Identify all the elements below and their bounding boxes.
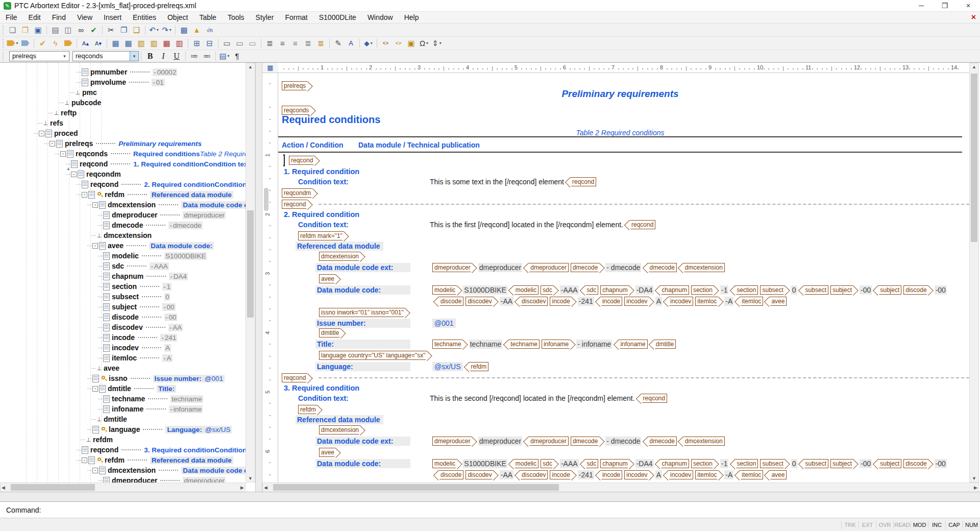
show-xml-source-button[interactable]: <> [380, 38, 391, 49]
minimize-button[interactable]: ─ [910, 0, 933, 11]
command-input[interactable] [41, 502, 980, 518]
start-tag-avee[interactable]: avee [319, 448, 336, 457]
bullet-list-button[interactable]: ≕ [201, 51, 213, 62]
start-tag-itemloc[interactable]: itemloc [695, 470, 718, 479]
start-tag-reqcond[interactable]: reqcond [282, 200, 307, 209]
tree-item-pmc[interactable]: ⊥pmc [0, 87, 246, 98]
start-tag-discode[interactable]: discode [903, 285, 928, 295]
doc-vertical-scrollbar[interactable]: ▲ ▼ [969, 63, 979, 482]
tree-item-dmcextension[interactable]: ⊥dmcextension [0, 230, 246, 240]
tree-item-refdm[interactable]: -refdmReferenced data module [0, 455, 246, 465]
end-tag-itemloc[interactable]: itemloc [740, 297, 763, 306]
tree-hscroll-thumb[interactable] [11, 484, 95, 491]
tree-item-reqcond[interactable]: reqcond1. Required conditionCondition te… [0, 159, 246, 169]
line-spacing-button[interactable]: ⇕▾ [431, 38, 443, 49]
menu-table[interactable]: Table [193, 13, 222, 21]
end-tag-dmecode[interactable]: dmecode [647, 437, 676, 446]
collapse-icon[interactable]: - [82, 457, 87, 463]
chevron-down-icon[interactable]: ▾ [16, 41, 18, 45]
tree-item-proced[interactable]: -proced [0, 128, 246, 138]
save-button[interactable]: ▣ [32, 25, 44, 36]
end-tag-discode[interactable]: discode [438, 297, 463, 306]
doc-horizontal-scrollbar[interactable]: ◀ ▶ [262, 482, 979, 492]
start-tag-techname[interactable]: techname [432, 340, 463, 349]
end-tag-techname[interactable]: techname [508, 340, 540, 349]
tree-item-dmecode[interactable]: dmecode- dmecode [0, 220, 246, 230]
start-tag-section[interactable]: section [691, 285, 714, 295]
italic-button[interactable]: I [157, 51, 169, 62]
end-tag-subject[interactable]: subject [878, 459, 901, 468]
scroll-up-arrow[interactable]: ▲ [970, 64, 978, 69]
close-button[interactable]: × [957, 0, 980, 11]
start-tag-section[interactable]: section [691, 459, 714, 468]
menu-object[interactable]: Object [162, 13, 193, 21]
chevron-down-icon[interactable]: ▾ [169, 28, 172, 32]
end-tag-infoname[interactable]: infoname [618, 340, 647, 349]
undo-button[interactable]: ↶▾ [148, 25, 160, 36]
collapse-icon[interactable]: - [92, 386, 98, 392]
document-map-tree[interactable]: pmnumber-00002pmvolume-01⊥pmc⊥pubcode⊥re… [0, 63, 246, 482]
end-tag-incodev[interactable]: incodev [668, 297, 693, 306]
pin-markup-button[interactable]: ▣ [405, 38, 417, 49]
menu-styler[interactable]: Styler [250, 13, 280, 21]
table-insert-col-right-button[interactable]: ▥ [148, 38, 160, 49]
doc-scroll-thumb[interactable] [971, 74, 977, 242]
print-button[interactable]: ▤ [50, 25, 61, 36]
insert-indent-button[interactable]: ▤▾ [218, 51, 230, 62]
tree-item-dmeproducer[interactable]: dmeproducerdmeproducer [0, 475, 246, 482]
start-tag-sdc[interactable]: sdc [541, 285, 554, 295]
status-inc[interactable]: INC [928, 521, 945, 529]
doc-hscroll-thumb[interactable] [273, 484, 559, 491]
chevron-down-icon[interactable]: ▾ [130, 52, 138, 61]
mark-accepted-button[interactable]: ✔ [37, 38, 48, 49]
end-tag-discodev[interactable]: discodev [520, 297, 548, 306]
start-tag-dmtitle[interactable]: dmtitle [319, 328, 340, 337]
edit-attributes-button[interactable]: ✎ [332, 38, 344, 49]
find-button[interactable]: ∞ [75, 25, 87, 36]
status-mod[interactable]: MOD [911, 521, 928, 529]
apply-profile-button[interactable]: ϟ [50, 38, 61, 49]
start-tag-incodev[interactable]: incodev [624, 297, 649, 306]
tree-item-incode[interactable]: incode-241 [0, 332, 246, 343]
redo-button[interactable]: ↷▾ [161, 25, 173, 36]
end-tag-chapnum[interactable]: chapnum [660, 459, 689, 468]
collapse-icon[interactable]: - [82, 192, 87, 198]
end-tag-sdc[interactable]: sdc [585, 459, 599, 468]
chevron-down-icon[interactable]: ▾ [157, 28, 159, 32]
start-tag-dmecode[interactable]: dmecode [571, 263, 599, 272]
tree-scroll-thumb[interactable] [247, 210, 254, 318]
toggle-tags-button[interactable] [62, 38, 74, 49]
print-preview-button[interactable]: ◫ [62, 25, 74, 36]
start-tag-dmecode[interactable]: dmecode [571, 437, 599, 446]
status-trk[interactable]: TRK [841, 521, 859, 529]
cut-button[interactable]: ✂ [105, 25, 117, 36]
start-tag-avee[interactable]: avee [319, 274, 336, 283]
end-tag-subject[interactable]: subject [878, 285, 901, 295]
menu-insert[interactable]: Insert [98, 13, 127, 21]
tree-item-issno[interactable]: issnoIssue number: @001 [0, 373, 246, 383]
status-ovr[interactable]: OVR [876, 521, 893, 529]
tree-item-pmnumber[interactable]: pmnumber-00002 [0, 67, 246, 77]
insert-symbol-button[interactable]: Ω▾ [418, 38, 430, 49]
tree-item-infoname[interactable]: infoname- infoname [0, 404, 246, 414]
start-tag-issno[interactable]: issno inwork="01" issno="001" [319, 308, 405, 317]
tree-item-reqcondm[interactable]: -reqcondm [0, 169, 246, 179]
border-top-button[interactable]: ▭ [221, 38, 233, 49]
character-format-button[interactable]: A [345, 38, 357, 49]
chevron-down-icon[interactable]: ▾ [371, 41, 373, 45]
grow-font-button[interactable]: A▴ [80, 38, 91, 49]
tree-item-discode[interactable]: discode-00 [0, 312, 246, 322]
tree-item-itemloc[interactable]: itemloc-A [0, 353, 246, 363]
end-tag-discode[interactable]: discode [438, 470, 463, 479]
element-combo[interactable]: reqconds ▾ [72, 51, 139, 61]
tree-item-incodev[interactable]: incodevA [0, 343, 246, 353]
insert-equation-button[interactable]: √n [204, 25, 215, 36]
end-tag-subsect[interactable]: subsect [803, 459, 828, 468]
table-insert-row-above-button[interactable]: ▦ [110, 38, 121, 49]
border-middle-button[interactable]: ▭ [234, 38, 246, 49]
insert-graphic-button[interactable]: ▲ [191, 25, 203, 36]
end-tag-reqcond[interactable]: reqcond [629, 220, 655, 229]
start-tag-subsect[interactable]: subsect [760, 459, 785, 468]
status-cap[interactable]: CAP [945, 521, 963, 529]
menu-help[interactable]: Help [399, 13, 425, 21]
